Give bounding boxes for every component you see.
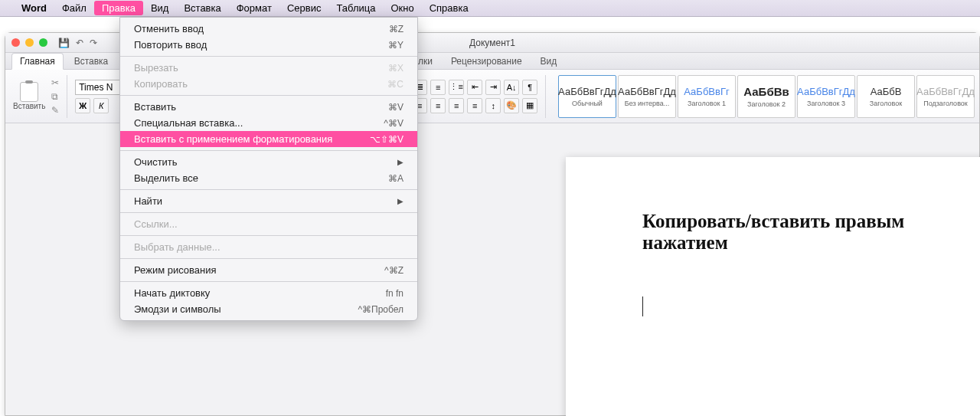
bold-button[interactable]: Ж bbox=[75, 98, 90, 113]
tab-home[interactable]: Главная bbox=[11, 53, 64, 70]
menu-item[interactable]: Режим рисования^⌘Z bbox=[120, 262, 417, 278]
borders-icon[interactable]: ▦ bbox=[522, 98, 537, 113]
document-title: Документ1 bbox=[469, 38, 515, 48]
quick-access-toolbar: 💾 ↶ ↷ bbox=[58, 38, 97, 48]
align-right-icon[interactable]: ≡ bbox=[449, 98, 464, 113]
style-label: Заголовок 3 bbox=[807, 100, 845, 107]
redo-icon[interactable]: ↷ bbox=[90, 38, 97, 48]
menu-item[interactable]: Вставить⌘V bbox=[120, 99, 417, 115]
style-card[interactable]: АаБбВвГгДдОбычный bbox=[558, 75, 616, 118]
tab-insert[interactable]: Вставка bbox=[67, 54, 116, 69]
menu-insert[interactable]: Вставка bbox=[176, 1, 228, 15]
shading-icon[interactable]: 🎨 bbox=[504, 98, 519, 113]
menu-help[interactable]: Справка bbox=[422, 1, 476, 15]
style-card[interactable]: АаБбВвГгЗаголовок 1 bbox=[678, 75, 736, 118]
numbering-icon[interactable]: ≡ bbox=[430, 80, 446, 95]
menu-file[interactable]: Файл bbox=[54, 1, 94, 15]
minimize-icon[interactable] bbox=[25, 38, 34, 47]
menu-shortcut: ^⌘V bbox=[384, 118, 403, 129]
menu-shortcut: ⌘C bbox=[387, 79, 403, 90]
traffic-lights bbox=[11, 38, 47, 47]
menu-item-label: Эмодзи и символы bbox=[134, 303, 221, 315]
decrease-indent-icon[interactable]: ⇤ bbox=[467, 80, 482, 95]
menu-shortcut: ^⌘Z bbox=[384, 265, 403, 276]
menu-view[interactable]: Вид bbox=[143, 1, 177, 15]
menu-table[interactable]: Таблица bbox=[328, 1, 383, 15]
undo-icon[interactable]: ↶ bbox=[76, 38, 83, 48]
menu-item-label: Ссылки... bbox=[134, 218, 178, 230]
italic-button[interactable]: К bbox=[93, 98, 109, 113]
cut-icon[interactable]: ✂ bbox=[51, 77, 59, 88]
document-page[interactable]: Копировать/вставить правым нажатием bbox=[566, 157, 980, 416]
menu-item[interactable]: Начать диктовкуfn fn bbox=[120, 285, 417, 301]
submenu-arrow-icon: ▶ bbox=[397, 197, 403, 205]
align-center-icon[interactable]: ≡ bbox=[430, 98, 446, 113]
styles-gallery: АаБбВвГгДдОбычныйАаБбВвГгДдБез интерва..… bbox=[558, 75, 975, 118]
menu-item[interactable]: Повторить ввод⌘Y bbox=[120, 37, 417, 53]
menu-item-label: Начать диктовку bbox=[134, 287, 210, 299]
style-card[interactable]: АаБбВвЗаголовок 2 bbox=[737, 75, 795, 118]
style-preview: АаБбВвГгДд bbox=[916, 86, 975, 97]
style-label: Подзаголовок bbox=[923, 100, 968, 107]
copy-icon[interactable]: ⧉ bbox=[51, 91, 59, 102]
edit-dropdown-menu: Отменить ввод⌘ZПовторить ввод⌘YВырезать⌘… bbox=[119, 17, 418, 321]
style-preview: АаБбВвГг bbox=[684, 86, 729, 97]
style-card[interactable]: АаБбВвГгДдЗаголовок 3 bbox=[797, 75, 855, 118]
paste-label: Вставить bbox=[13, 102, 45, 110]
document-heading: Копировать/вставить правым нажатием bbox=[642, 211, 941, 254]
style-label: Заголовок 1 bbox=[688, 100, 726, 107]
paste-icon bbox=[20, 82, 38, 102]
style-preview: АаБбВвГгДд bbox=[618, 86, 676, 97]
menu-item-label: Найти bbox=[134, 195, 162, 207]
menu-item-label: Вырезать bbox=[134, 62, 178, 74]
menu-edit[interactable]: Правка bbox=[94, 1, 143, 15]
tab-view[interactable]: Вид bbox=[533, 54, 565, 69]
menu-item[interactable]: Найти▶ bbox=[120, 193, 417, 209]
paragraph-group: ≣ ≡ ⋮≡ ⇤ ⇥ A↓ ¶ ≡ ≡ ≡ ≡ ↕ 🎨 ▦ bbox=[412, 80, 537, 113]
menu-item-label: Выбрать данные... bbox=[134, 241, 220, 253]
menu-item[interactable]: Вставить с применением форматирования⌥⇧⌘… bbox=[120, 131, 417, 147]
style-label: Заголовок 2 bbox=[747, 100, 786, 108]
save-icon[interactable]: 💾 bbox=[58, 38, 70, 48]
multilevel-icon[interactable]: ⋮≡ bbox=[449, 80, 464, 95]
menu-app[interactable]: Word bbox=[14, 1, 54, 15]
format-painter-icon[interactable]: ✎ bbox=[51, 105, 59, 116]
menu-item[interactable]: Очистить▶ bbox=[120, 154, 417, 170]
line-spacing-icon[interactable]: ↕ bbox=[485, 98, 501, 113]
increase-indent-icon[interactable]: ⇥ bbox=[485, 80, 501, 95]
menu-format[interactable]: Формат bbox=[229, 1, 279, 15]
show-marks-icon[interactable]: ¶ bbox=[522, 80, 537, 95]
justify-icon[interactable]: ≡ bbox=[467, 98, 482, 113]
menu-tools[interactable]: Сервис bbox=[279, 1, 329, 15]
menu-item: Выбрать данные... bbox=[120, 239, 417, 255]
close-icon[interactable] bbox=[11, 38, 20, 47]
style-label: Без интерва... bbox=[625, 100, 670, 107]
menu-item-label: Копировать bbox=[134, 78, 188, 90]
paste-group[interactable]: Вставить bbox=[10, 80, 48, 112]
menu-item-label: Повторить ввод bbox=[134, 39, 207, 51]
sort-icon[interactable]: A↓ bbox=[504, 80, 519, 95]
style-preview: АаБбВвГгДд bbox=[797, 86, 855, 97]
submenu-arrow-icon: ▶ bbox=[397, 158, 403, 166]
style-preview: АаБбВ bbox=[871, 86, 902, 97]
menu-shortcut: ⌘X bbox=[388, 63, 403, 74]
mac-menubar: Word Файл Правка Вид Вставка Формат Серв… bbox=[0, 0, 980, 17]
menu-item[interactable]: Эмодзи и символы^⌘Пробел bbox=[120, 301, 417, 317]
menu-item[interactable]: Отменить ввод⌘Z bbox=[120, 21, 417, 37]
style-card[interactable]: АаБбВЗаголовок bbox=[857, 75, 915, 118]
menu-window[interactable]: Окно bbox=[383, 1, 421, 15]
text-cursor bbox=[642, 296, 643, 316]
tab-review[interactable]: Рецензирование bbox=[443, 54, 530, 69]
menu-shortcut: ⌥⇧⌘V bbox=[370, 134, 403, 145]
style-card[interactable]: АаБбВвГгДдПодзаголовок bbox=[916, 75, 975, 118]
menu-item[interactable]: Специальная вставка...^⌘V bbox=[120, 115, 417, 131]
menu-item[interactable]: Выделить все⌘A bbox=[120, 170, 417, 186]
menu-shortcut: ⌘A bbox=[388, 173, 403, 184]
menu-item: Ссылки... bbox=[120, 216, 417, 232]
style-label: Обычный bbox=[572, 100, 603, 107]
menu-shortcut: fn fn bbox=[386, 288, 403, 299]
zoom-icon[interactable] bbox=[39, 38, 47, 47]
style-card[interactable]: АаБбВвГгДдБез интерва... bbox=[618, 75, 676, 118]
menu-item: Копировать⌘C bbox=[120, 76, 417, 92]
menu-item-label: Вставить с применением форматирования bbox=[134, 133, 332, 145]
